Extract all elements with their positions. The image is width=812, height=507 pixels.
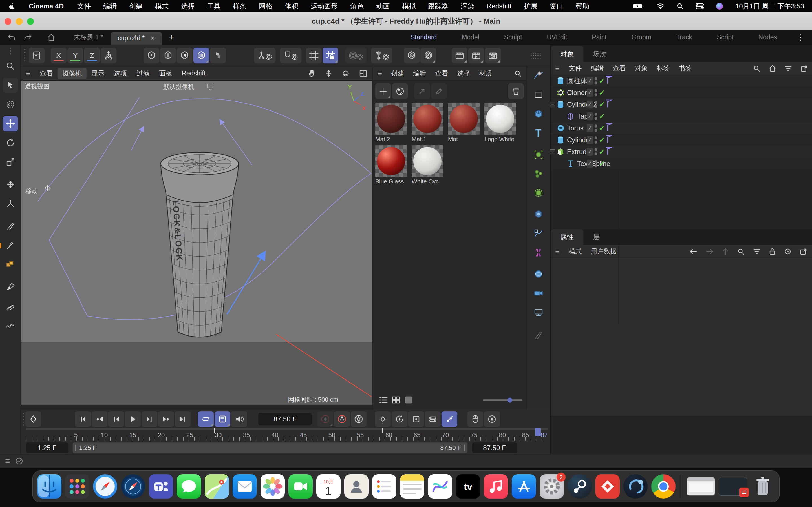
material-item[interactable]: White Cyc	[412, 145, 443, 185]
om-visibility-dots[interactable]	[595, 160, 597, 167]
preview-range-bar[interactable]: 1.25 F 87.50 F	[73, 443, 467, 453]
om-menu-edit[interactable]: 编辑	[586, 64, 608, 73]
render-settings-button[interactable]	[485, 48, 501, 63]
wifi-icon[interactable]	[650, 3, 670, 9]
mat-menu-edit[interactable]: 编辑	[409, 69, 430, 78]
axis-gizmo[interactable]: Y Z X	[348, 83, 366, 112]
material-item[interactable]: Mat.2	[375, 103, 407, 143]
next-key-button[interactable]	[158, 411, 174, 427]
lock-z-axis-button[interactable]: Z	[84, 48, 100, 63]
om-visibility-dots[interactable]	[595, 77, 597, 84]
record-keyframe-button[interactable]	[317, 411, 333, 427]
orbit-view-icon[interactable]	[337, 68, 354, 79]
vp-menu-filter[interactable]: 过滤	[132, 68, 154, 79]
menu-tracker[interactable]: 跟踪器	[422, 2, 455, 11]
dock-safari[interactable]	[93, 474, 117, 499]
dock-facetime[interactable]	[289, 474, 313, 499]
viewport-canvas[interactable]: LOCK&LOCK Y Z X 透视视图 默认摄像机 移动 网格间距 : 500…	[21, 80, 372, 405]
material-item[interactable]: Logo White	[485, 103, 516, 143]
layout-tab-track[interactable]: Track	[664, 34, 705, 41]
phong-tag-icon[interactable]	[605, 100, 613, 110]
om-visibility-dots[interactable]	[595, 89, 597, 96]
pan-view-icon[interactable]	[303, 68, 320, 79]
stage-object-button[interactable]	[531, 305, 546, 320]
cube-primitive-button[interactable]	[531, 107, 546, 122]
om-hamburger-icon[interactable]: ≡	[551, 64, 564, 73]
battery-icon[interactable]	[626, 3, 650, 9]
select-tool[interactable]	[3, 78, 18, 93]
material-preview-size-slider[interactable]	[483, 399, 522, 401]
om-menu-tags[interactable]: 标签	[652, 64, 674, 73]
set-keyframe-button[interactable]	[26, 411, 41, 427]
tab-takes[interactable]: 场次	[583, 46, 616, 62]
dock-freeform[interactable]	[428, 474, 452, 499]
camera-object-button[interactable]	[531, 286, 546, 301]
om-visibility-dots[interactable]	[595, 124, 597, 132]
spline-pen-tool-button[interactable]	[531, 68, 546, 83]
mat-menu-select[interactable]: 选择	[453, 69, 474, 78]
dock-window-1[interactable]	[687, 477, 715, 496]
dock-window-2[interactable]	[719, 477, 747, 496]
range-end-field[interactable]: 87.50 F	[472, 443, 517, 453]
range-start-field[interactable]: 1.25 F	[26, 443, 68, 453]
mouse-record-button[interactable]	[467, 411, 483, 427]
attr-detach-icon[interactable]	[796, 248, 812, 255]
menubar-app-name[interactable]: Cinema 4D	[21, 2, 71, 10]
dock-chrome[interactable]	[651, 474, 675, 499]
siri-icon[interactable]	[710, 3, 729, 10]
dock-red-app[interactable]	[596, 474, 620, 499]
viewport-hamburger-icon[interactable]: ≡	[21, 68, 35, 79]
sketch-tool[interactable]	[3, 238, 18, 253]
om-enabled-check[interactable]: ✓	[599, 100, 605, 109]
om-visibility-dots[interactable]	[595, 113, 597, 120]
vp-menu-options[interactable]: 选项	[109, 68, 132, 79]
material-list-view-button[interactable]	[377, 396, 390, 404]
autokey-button[interactable]: A	[334, 411, 350, 427]
points-mode-button[interactable]	[144, 48, 159, 63]
doc-tab-cup[interactable]: cup.c4d * ×	[110, 32, 162, 45]
om-edit-toggle[interactable]	[587, 148, 593, 156]
phong-tag-icon[interactable]	[605, 123, 613, 133]
mat-menu-create[interactable]: 创建	[387, 69, 409, 78]
dock-settings[interactable]: 2	[540, 474, 564, 499]
workplane-lock-button[interactable]	[322, 48, 338, 63]
toolbar-drag-handle-right[interactable]	[530, 52, 541, 59]
phong-tag-icon[interactable]	[605, 147, 613, 157]
menu-simulate[interactable]: 模拟	[396, 2, 422, 11]
layout-tab-script[interactable]: Script	[705, 34, 746, 41]
key-rotation-toggle[interactable]	[408, 411, 424, 427]
dock-maps[interactable]	[205, 474, 229, 499]
menu-render[interactable]: 渲染	[455, 2, 480, 11]
collapse-icon[interactable]: −	[550, 102, 555, 107]
spotlight-icon[interactable]	[670, 3, 690, 10]
text-object-button[interactable]: T	[531, 126, 546, 141]
dock-teams[interactable]	[149, 474, 173, 499]
om-visibility-dots[interactable]	[595, 136, 597, 144]
dolly-view-icon[interactable]	[320, 68, 337, 79]
tab-attributes[interactable]: 属性	[551, 229, 583, 245]
material-grid-view-button[interactable]	[390, 396, 402, 404]
undo-icon[interactable]	[0, 34, 20, 41]
annotate-tool-button[interactable]	[531, 327, 546, 342]
object-row-extrude[interactable]: − Extrude ✓	[551, 146, 812, 158]
tool-settings-gear[interactable]	[3, 97, 18, 112]
previous-frame-button[interactable]	[108, 411, 124, 427]
toggle-views-icon[interactable]	[354, 68, 373, 79]
playback-mode-button[interactable]	[214, 411, 231, 427]
redo-icon[interactable]	[20, 34, 36, 41]
symmetry-button[interactable]	[371, 48, 393, 63]
mat-menu-view[interactable]: 查看	[430, 69, 453, 78]
voxel-mesh-tool[interactable]	[3, 257, 18, 272]
vp-menu-camera[interactable]: 摄像机	[57, 68, 87, 79]
vp-menu-redshift[interactable]: Redshift	[177, 68, 210, 79]
make-editable-button[interactable]	[29, 48, 45, 63]
status-menu-icon[interactable]: ≡	[0, 456, 15, 466]
pen-tool[interactable]	[3, 219, 18, 234]
material-ball-button[interactable]	[392, 83, 408, 99]
new-material-button[interactable]	[375, 83, 391, 99]
quaternion-button[interactable]	[484, 411, 500, 427]
model-mode-button[interactable]	[193, 48, 209, 63]
menu-create[interactable]: 创建	[123, 2, 149, 11]
scale-tool[interactable]	[3, 154, 18, 170]
object-row-cloner[interactable]: Cloner ✓	[551, 87, 812, 99]
